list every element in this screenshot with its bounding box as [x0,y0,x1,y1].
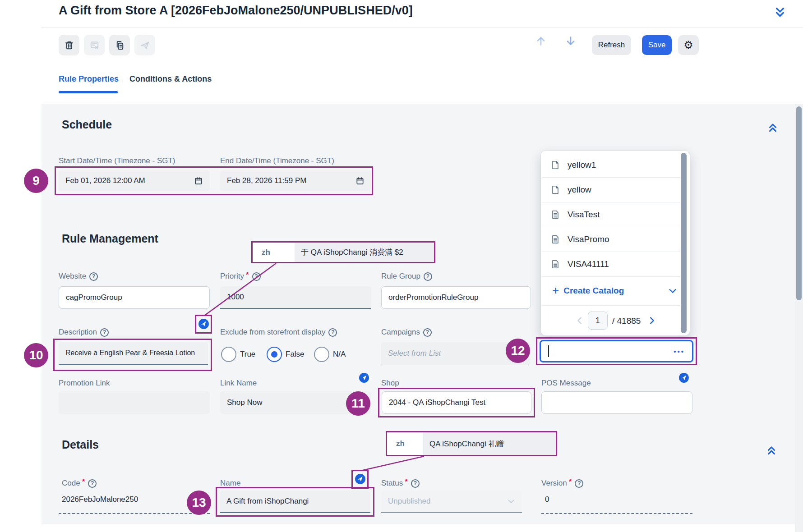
radio-false-selected[interactable] [267,347,282,362]
promotion-rule-editor: A Gift from Store A [2026FebJoMalone250/… [0,0,803,532]
chevron-down-icon[interactable] [668,286,678,296]
help-icon[interactable]: ? [89,272,98,281]
status-value: Unpublished [388,497,431,506]
annotation-box-name-globe [351,470,369,489]
publish-button [134,35,155,55]
settings-button[interactable]: ⚙ [678,35,699,55]
translation-lang-tag: zh [387,432,423,455]
panel-bottom-strip [42,524,795,532]
refresh-button[interactable]: Refresh [592,35,631,55]
move-down-icon[interactable] [565,35,577,47]
required-icon: * [246,271,249,280]
annotation-badge-10: 10 [24,343,48,367]
version-label: Version* ? [541,479,583,488]
document-icon [550,234,560,244]
catalog-item-yellow[interactable]: yellow [540,177,676,202]
promotion-link-label: Promotion Link [59,379,110,388]
blank-page-icon [550,185,560,195]
exclude-option-false[interactable]: False [267,347,305,362]
unpublish-button [84,35,105,55]
move-up-icon [535,35,547,47]
translation-value: QA iShopChangi 礼赠 [423,432,556,455]
help-icon[interactable]: ? [411,479,420,488]
help-icon[interactable]: ? [252,272,261,281]
catalog-item-yellow1[interactable]: yellow1 [540,152,676,177]
status-label: Status* ? [381,479,420,488]
rule-group-label: Rule Group ? [381,272,432,281]
help-icon[interactable]: ? [328,328,337,337]
status-select: Unpublished [381,491,522,513]
radio-na[interactable] [314,347,329,362]
annotation-badge-13: 13 [187,491,211,515]
required-icon: * [405,477,408,486]
help-icon[interactable]: ? [424,272,432,281]
annotation-box-description [53,339,212,371]
page-scrollbar-thumb[interactable] [796,106,802,300]
shop-label: Shop [381,379,399,388]
required-icon: * [569,477,572,486]
annotation-badge-12: 12 [506,339,530,363]
campaigns-label: Campaigns ? [381,328,432,337]
campaigns-placeholder: Select from List [388,349,441,358]
pos-message-input[interactable] [541,391,692,414]
help-icon[interactable]: ? [100,328,109,337]
website-label: Website ? [59,272,98,281]
annotation-box-description-globe [195,315,212,334]
required-icon: * [82,477,85,486]
translation-lang-tag: zh [253,243,295,262]
help-icon[interactable]: ? [575,479,583,488]
copy-button[interactable] [109,35,130,55]
delete-button[interactable] [59,35,79,55]
priority-input[interactable]: 1000 [220,286,371,309]
translate-globe-icon[interactable] [678,372,689,383]
document-icon [550,259,560,269]
translate-globe-icon[interactable] [359,372,369,383]
help-icon[interactable]: ? [88,479,97,488]
start-date-label: Start Date/Time (Timezone - SGT) [59,156,175,165]
radio-true[interactable] [221,347,236,362]
version-readonly-underline [541,496,692,514]
code-label: Code* ? [62,479,97,488]
blank-page-icon [550,160,560,170]
schedule-heading: Schedule [62,118,112,131]
annotation-badge-9: 9 [24,169,48,193]
page-title: A Gift from Store A [2026FebJoMalone250/… [59,4,413,18]
promotion-link-input [59,391,210,414]
end-date-label: End Date/Time (Timezone - SGT) [220,156,334,165]
chevron-down-icon [507,497,515,505]
description-label: Description ? [59,328,109,337]
divider [542,305,680,306]
gear-icon: ⚙ [683,39,693,51]
dropdown-scrollbar-thumb[interactable] [681,153,687,333]
name-label: Name [220,479,240,488]
exclude-option-na[interactable]: N/A [314,347,346,362]
exclude-option-true[interactable]: True [221,347,255,362]
annotation-box-name [216,487,374,517]
exclude-storefront-label: Exclude from storefront display ? [220,328,337,337]
annotation-badge-11: 11 [346,391,370,416]
page-total: / 41885 [612,316,641,326]
create-catalog-button[interactable]: + Create Catalog [540,276,676,305]
priority-value: 1000 [227,293,244,302]
help-icon[interactable]: ? [423,328,432,337]
chevron-double-down-icon[interactable] [773,6,787,19]
annotation-box-schedule [55,166,373,195]
tab-conditions-actions[interactable]: Conditions & Actions [129,74,212,84]
save-button[interactable]: Save [642,35,672,55]
website-input[interactable]: cagPromoGroup [59,286,210,309]
annotation-box-shop [378,388,535,417]
catalog-item-visatest[interactable]: VisaTest [540,202,676,227]
page-next-icon[interactable] [647,316,657,326]
rule-group-value: orderPromotionRuleGroup [388,293,478,302]
catalog-item-visapromo[interactable]: VisaPromo [540,227,676,252]
pos-message-label: POS Message [541,379,591,388]
catalog-item-visa41111[interactable]: VISA41111 [540,252,676,276]
chevron-double-up-icon[interactable] [766,445,777,456]
active-tab-underline [59,91,118,93]
trash-icon [64,40,74,50]
rule-group-input[interactable]: orderPromotionRuleGroup [381,286,531,309]
tab-rule-properties[interactable]: Rule Properties [59,74,119,84]
document-x-icon [89,40,100,50]
page-number-input[interactable]: 1 [588,312,608,330]
chevron-double-up-icon[interactable] [767,122,779,133]
